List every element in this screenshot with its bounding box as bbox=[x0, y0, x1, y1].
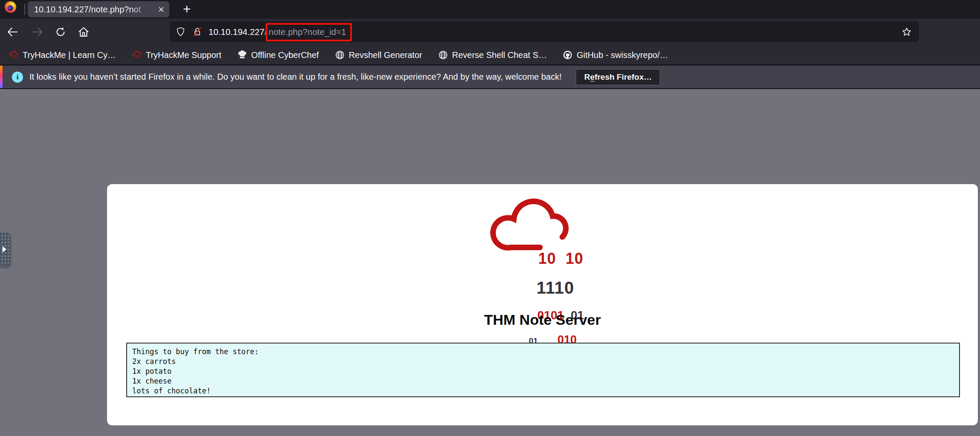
firefox-window: 10.10.194.227/note.php?not ✕ + bbox=[0, 0, 980, 436]
bookmark-label: TryHackMe Support bbox=[146, 50, 221, 60]
globe-icon bbox=[335, 50, 345, 60]
forward-button[interactable] bbox=[32, 26, 43, 38]
tryhackme-cloud-icon bbox=[132, 50, 142, 60]
url-host: 10.10.194.227 bbox=[209, 27, 264, 37]
refresh-firefox-button[interactable]: Refresh Firefox… bbox=[576, 69, 660, 85]
url-text: 10.10.194.227/note.php?note_id=1 bbox=[209, 27, 348, 37]
globe-icon bbox=[438, 50, 448, 60]
bookmark-cyberchef[interactable]: Offline CyberChef bbox=[237, 50, 319, 60]
tab-close-icon[interactable]: ✕ bbox=[157, 4, 166, 15]
reload-button[interactable] bbox=[55, 26, 67, 38]
url-bar[interactable]: 10.10.194.227/note.php?note_id=1 bbox=[170, 21, 919, 42]
tryhackme-cloud-icon bbox=[9, 50, 19, 60]
tracking-shield-icon[interactable] bbox=[175, 26, 186, 37]
navigation-toolbar: 10.10.194.227/note.php?note_id=1 bbox=[0, 19, 980, 45]
web-page-viewport: 10 10 1110 010101 01010 01 THM Note Serv… bbox=[0, 89, 980, 436]
tab-title: 10.10.194.227/note.php?not bbox=[34, 5, 157, 14]
insecure-lock-icon[interactable] bbox=[192, 26, 203, 37]
note-content-box[interactable]: Things to buy from the store: 2x carrots… bbox=[126, 343, 960, 397]
page-title: THM Note Server bbox=[107, 312, 978, 328]
github-icon bbox=[562, 50, 573, 60]
notification-gradient-stripe bbox=[0, 66, 3, 88]
notification-message: It looks like you haven’t started Firefo… bbox=[29, 72, 562, 82]
bookmark-label: Revshell Generator bbox=[349, 50, 422, 60]
tab-bar: 10.10.194.227/note.php?not ✕ + bbox=[0, 0, 980, 19]
url-path-highlighted: note.php?note_id=1 bbox=[267, 27, 348, 37]
split-view-handle[interactable] bbox=[0, 232, 10, 266]
back-button[interactable] bbox=[6, 26, 18, 38]
active-tab[interactable]: 10.10.194.227/note.php?not ✕ bbox=[28, 1, 169, 17]
bookmark-label: TryHackMe | Learn Cy… bbox=[23, 50, 116, 60]
bookmark-tryhackme-support[interactable]: TryHackMe Support bbox=[132, 50, 221, 60]
bookmark-tryhackme-learn[interactable]: TryHackMe | Learn Cy… bbox=[9, 50, 116, 60]
new-tab-button[interactable]: + bbox=[179, 2, 194, 17]
notification-bar: It looks like you haven’t started Firefo… bbox=[0, 66, 980, 88]
note-server-card: 10 10 1110 010101 01010 01 THM Note Serv… bbox=[107, 184, 978, 425]
bookmark-star-icon[interactable] bbox=[901, 26, 912, 38]
bookmark-github-swisskyrepo[interactable]: GitHub - swisskyrepo/… bbox=[562, 50, 668, 60]
bookmark-label: Reverse Shell Cheat S… bbox=[452, 50, 547, 60]
bookmark-label: Offline CyberChef bbox=[251, 50, 319, 60]
bookmark-revshell-generator[interactable]: Revshell Generator bbox=[335, 50, 422, 60]
info-icon bbox=[12, 72, 23, 83]
firefox-logo-icon[interactable] bbox=[5, 1, 16, 13]
bookmarks-toolbar: TryHackMe | Learn Cy… TryHackMe Support … bbox=[0, 45, 980, 64]
home-button[interactable] bbox=[78, 26, 90, 38]
thm-logo: 10 10 1110 010101 01010 01 bbox=[484, 195, 600, 303]
bookmark-label: GitHub - swisskyrepo/… bbox=[577, 50, 668, 60]
bookmark-reverse-shell-cheatsheet[interactable]: Reverse Shell Cheat S… bbox=[438, 50, 547, 60]
tab-separator bbox=[24, 4, 25, 15]
chef-hat-icon bbox=[237, 50, 247, 60]
